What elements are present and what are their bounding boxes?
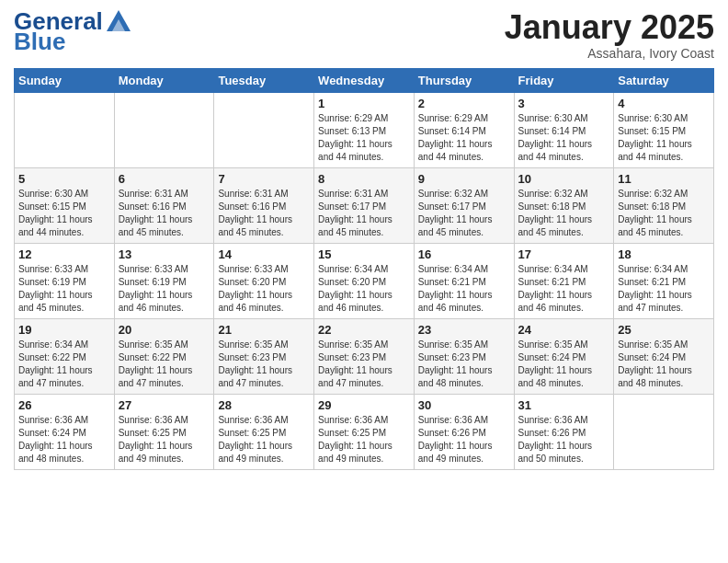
col-tuesday: Tuesday [214, 68, 314, 92]
day-number: 19 [18, 323, 110, 337]
day-info: Sunrise: 6:35 AM Sunset: 6:24 PM Dayligh… [618, 339, 710, 390]
table-row: 13Sunrise: 6:33 AM Sunset: 6:19 PM Dayli… [114, 243, 214, 318]
day-info: Sunrise: 6:32 AM Sunset: 6:18 PM Dayligh… [618, 188, 710, 239]
day-number: 12 [18, 247, 110, 261]
table-row: 22Sunrise: 6:35 AM Sunset: 6:23 PM Dayli… [314, 318, 415, 394]
day-number: 28 [218, 398, 310, 412]
col-sunday: Sunday [15, 68, 115, 92]
day-number: 6 [119, 172, 210, 186]
table-row: 6Sunrise: 6:31 AM Sunset: 6:16 PM Daylig… [114, 167, 214, 243]
day-number: 31 [518, 398, 610, 412]
table-row: 1Sunrise: 6:29 AM Sunset: 6:13 PM Daylig… [314, 92, 415, 167]
day-info: Sunrise: 6:30 AM Sunset: 6:15 PM Dayligh… [618, 112, 710, 164]
table-row: 17Sunrise: 6:34 AM Sunset: 6:21 PM Dayli… [514, 243, 614, 318]
title-block: January 2025 Assahara, Ivory Coast [505, 9, 714, 61]
table-row: 18Sunrise: 6:34 AM Sunset: 6:21 PM Dayli… [614, 243, 714, 318]
table-row: 4Sunrise: 6:30 AM Sunset: 6:15 PM Daylig… [614, 92, 714, 167]
day-info: Sunrise: 6:31 AM Sunset: 6:16 PM Dayligh… [218, 188, 310, 239]
day-number: 23 [418, 323, 510, 337]
calendar-week-row: 5Sunrise: 6:30 AM Sunset: 6:15 PM Daylig… [15, 167, 714, 243]
day-info: Sunrise: 6:34 AM Sunset: 6:22 PM Dayligh… [18, 339, 110, 390]
header: General Blue January 2025 Assahara, Ivor… [14, 9, 714, 61]
calendar-week-row: 19Sunrise: 6:34 AM Sunset: 6:22 PM Dayli… [15, 318, 714, 394]
table-row: 29Sunrise: 6:36 AM Sunset: 6:25 PM Dayli… [314, 394, 415, 469]
page: General Blue January 2025 Assahara, Ivor… [0, 0, 728, 563]
day-number: 4 [618, 97, 710, 110]
table-row: 25Sunrise: 6:35 AM Sunset: 6:24 PM Dayli… [614, 318, 714, 394]
table-row: 9Sunrise: 6:32 AM Sunset: 6:17 PM Daylig… [414, 167, 514, 243]
day-info: Sunrise: 6:35 AM Sunset: 6:23 PM Dayligh… [418, 339, 510, 390]
day-number: 3 [518, 97, 610, 110]
col-wednesday: Wednesday [314, 68, 415, 92]
day-info: Sunrise: 6:33 AM Sunset: 6:19 PM Dayligh… [18, 263, 110, 315]
day-number: 9 [418, 172, 510, 186]
day-info: Sunrise: 6:34 AM Sunset: 6:21 PM Dayligh… [518, 263, 610, 315]
col-thursday: Thursday [414, 68, 514, 92]
day-info: Sunrise: 6:30 AM Sunset: 6:15 PM Dayligh… [18, 188, 110, 239]
day-info: Sunrise: 6:33 AM Sunset: 6:20 PM Dayligh… [218, 263, 310, 315]
table-row: 27Sunrise: 6:36 AM Sunset: 6:25 PM Dayli… [114, 394, 214, 469]
day-number: 20 [119, 323, 210, 337]
table-row: 24Sunrise: 6:35 AM Sunset: 6:24 PM Dayli… [514, 318, 614, 394]
calendar-week-row: 26Sunrise: 6:36 AM Sunset: 6:24 PM Dayli… [15, 394, 714, 469]
table-row: 28Sunrise: 6:36 AM Sunset: 6:25 PM Dayli… [214, 394, 314, 469]
day-info: Sunrise: 6:34 AM Sunset: 6:20 PM Dayligh… [318, 263, 410, 315]
table-row: 5Sunrise: 6:30 AM Sunset: 6:15 PM Daylig… [15, 167, 115, 243]
day-info: Sunrise: 6:36 AM Sunset: 6:25 PM Dayligh… [318, 414, 410, 465]
day-info: Sunrise: 6:30 AM Sunset: 6:14 PM Dayligh… [518, 112, 610, 164]
day-number: 13 [119, 247, 210, 261]
table-row: 2Sunrise: 6:29 AM Sunset: 6:14 PM Daylig… [414, 92, 514, 167]
day-number: 17 [518, 247, 610, 261]
day-number: 18 [618, 247, 710, 261]
day-info: Sunrise: 6:36 AM Sunset: 6:25 PM Dayligh… [119, 414, 210, 465]
day-number: 7 [218, 172, 310, 186]
day-number: 1 [318, 97, 410, 110]
day-number: 14 [218, 247, 310, 261]
day-number: 2 [418, 97, 510, 110]
table-row [614, 394, 714, 469]
month-title: January 2025 [505, 9, 714, 46]
day-number: 22 [318, 323, 410, 337]
day-info: Sunrise: 6:36 AM Sunset: 6:24 PM Dayligh… [18, 414, 110, 465]
table-row: 15Sunrise: 6:34 AM Sunset: 6:20 PM Dayli… [314, 243, 415, 318]
table-row [114, 92, 214, 167]
calendar-week-row: 1Sunrise: 6:29 AM Sunset: 6:13 PM Daylig… [15, 92, 714, 167]
day-number: 5 [18, 172, 110, 186]
day-number: 8 [318, 172, 410, 186]
day-info: Sunrise: 6:35 AM Sunset: 6:23 PM Dayligh… [218, 339, 310, 390]
day-info: Sunrise: 6:33 AM Sunset: 6:19 PM Dayligh… [119, 263, 210, 315]
table-row [15, 92, 115, 167]
table-row: 10Sunrise: 6:32 AM Sunset: 6:18 PM Dayli… [514, 167, 614, 243]
calendar-week-row: 12Sunrise: 6:33 AM Sunset: 6:19 PM Dayli… [15, 243, 714, 318]
day-info: Sunrise: 6:35 AM Sunset: 6:22 PM Dayligh… [119, 339, 210, 390]
day-info: Sunrise: 6:36 AM Sunset: 6:26 PM Dayligh… [418, 414, 510, 465]
calendar-header-row: Sunday Monday Tuesday Wednesday Thursday… [15, 68, 714, 92]
day-number: 24 [518, 323, 610, 337]
table-row: 30Sunrise: 6:36 AM Sunset: 6:26 PM Dayli… [414, 394, 514, 469]
table-row: 14Sunrise: 6:33 AM Sunset: 6:20 PM Dayli… [214, 243, 314, 318]
col-monday: Monday [114, 68, 214, 92]
day-info: Sunrise: 6:36 AM Sunset: 6:26 PM Dayligh… [518, 414, 610, 465]
table-row: 31Sunrise: 6:36 AM Sunset: 6:26 PM Dayli… [514, 394, 614, 469]
day-number: 25 [618, 323, 710, 337]
logo-blue: Blue [14, 29, 65, 53]
table-row: 21Sunrise: 6:35 AM Sunset: 6:23 PM Dayli… [214, 318, 314, 394]
day-number: 15 [318, 247, 410, 261]
table-row: 23Sunrise: 6:35 AM Sunset: 6:23 PM Dayli… [414, 318, 514, 394]
day-number: 26 [18, 398, 110, 412]
day-number: 30 [418, 398, 510, 412]
table-row: 19Sunrise: 6:34 AM Sunset: 6:22 PM Dayli… [15, 318, 115, 394]
table-row: 26Sunrise: 6:36 AM Sunset: 6:24 PM Dayli… [15, 394, 115, 469]
day-info: Sunrise: 6:32 AM Sunset: 6:17 PM Dayligh… [418, 188, 510, 239]
logo-icon [105, 6, 132, 33]
day-info: Sunrise: 6:35 AM Sunset: 6:23 PM Dayligh… [318, 339, 410, 390]
calendar-table: Sunday Monday Tuesday Wednesday Thursday… [14, 68, 714, 470]
day-info: Sunrise: 6:31 AM Sunset: 6:17 PM Dayligh… [318, 188, 410, 239]
day-number: 16 [418, 247, 510, 261]
day-info: Sunrise: 6:31 AM Sunset: 6:16 PM Dayligh… [119, 188, 210, 239]
table-row: 3Sunrise: 6:30 AM Sunset: 6:14 PM Daylig… [514, 92, 614, 167]
col-friday: Friday [514, 68, 614, 92]
col-saturday: Saturday [614, 68, 714, 92]
table-row: 8Sunrise: 6:31 AM Sunset: 6:17 PM Daylig… [314, 167, 415, 243]
day-info: Sunrise: 6:35 AM Sunset: 6:24 PM Dayligh… [518, 339, 610, 390]
